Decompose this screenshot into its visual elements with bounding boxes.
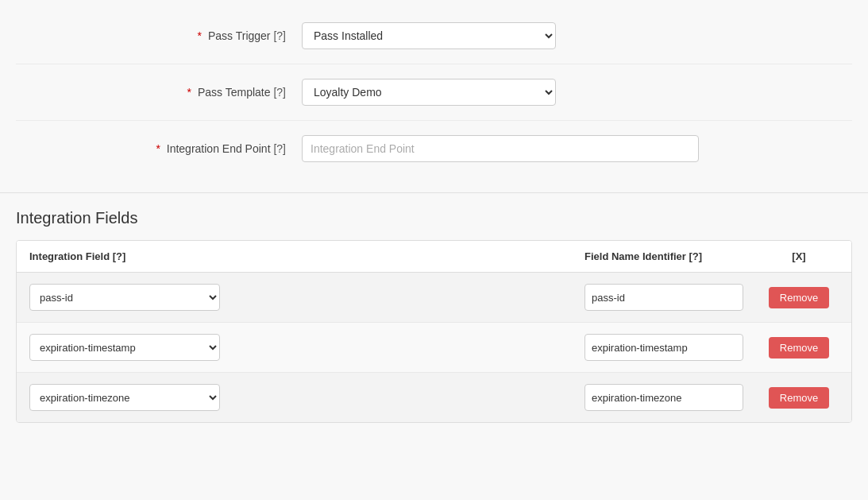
identifier-col-1	[584, 284, 759, 311]
integration-endpoint-row: * Integration End Point [?]	[16, 121, 852, 176]
integration-endpoint-input[interactable]	[302, 135, 699, 162]
integration-endpoint-label: * Integration End Point [?]	[16, 142, 302, 155]
pass-trigger-label: * Pass Trigger [?]	[16, 29, 302, 42]
pass-trigger-help[interactable]: [?]	[273, 29, 286, 42]
col-header-field: Integration Field [?]	[29, 250, 584, 262]
pass-trigger-select[interactable]: Pass Installed Pass Deleted Pass Updated	[302, 22, 556, 49]
pass-template-select[interactable]: Loyalty Demo Template 2 Template 3	[302, 79, 556, 106]
field-col-1: pass-id expiration-timestamp expiration-…	[29, 284, 584, 311]
remove-col-2: Remove	[759, 337, 839, 359]
pass-template-label: * Pass Template [?]	[16, 86, 302, 99]
identifier-input-2[interactable]	[584, 334, 743, 361]
identifier-col-3	[584, 384, 759, 411]
pass-template-help[interactable]: [?]	[273, 86, 286, 99]
field-select-1[interactable]: pass-id expiration-timestamp expiration-…	[29, 284, 220, 311]
remove-button-3[interactable]: Remove	[769, 387, 829, 409]
integration-endpoint-help[interactable]: [?]	[273, 142, 286, 155]
identifier-input-3[interactable]	[584, 384, 743, 411]
integration-fields-table: Integration Field [?] Field Name Identif…	[16, 240, 852, 423]
identifier-input-1[interactable]	[584, 284, 743, 311]
pass-trigger-row: * Pass Trigger [?] Pass Installed Pass D…	[16, 8, 852, 64]
field-col-2: pass-id expiration-timestamp expiration-…	[29, 334, 584, 361]
remove-col-3: Remove	[759, 387, 839, 409]
pass-template-row: * Pass Template [?] Loyalty Demo Templat…	[16, 64, 852, 121]
table-row: pass-id expiration-timestamp expiration-…	[17, 323, 851, 373]
integration-fields-title: Integration Fields	[16, 209, 852, 227]
remove-col-1: Remove	[759, 287, 839, 308]
field-select-2[interactable]: pass-id expiration-timestamp expiration-…	[29, 334, 220, 361]
col-header-remove: [X]	[759, 250, 839, 262]
required-star-endpoint: *	[156, 142, 160, 155]
field-select-3[interactable]: pass-id expiration-timestamp expiration-…	[29, 384, 220, 411]
col-header-identifier: Field Name Identifier [?]	[584, 250, 759, 262]
remove-button-2[interactable]: Remove	[769, 337, 829, 359]
remove-button-1[interactable]: Remove	[769, 287, 829, 308]
table-row: pass-id expiration-timestamp expiration-…	[17, 273, 851, 323]
identifier-col-2	[584, 334, 759, 361]
table-header: Integration Field [?] Field Name Identif…	[17, 241, 851, 273]
required-star-trigger: *	[198, 29, 202, 42]
integration-fields-section: Integration Fields Integration Field [?]…	[0, 193, 868, 439]
required-star-template: *	[187, 86, 191, 99]
table-row: pass-id expiration-timestamp expiration-…	[17, 373, 851, 422]
field-col-3: pass-id expiration-timestamp expiration-…	[29, 384, 584, 411]
form-section: * Pass Trigger [?] Pass Installed Pass D…	[0, 0, 868, 193]
